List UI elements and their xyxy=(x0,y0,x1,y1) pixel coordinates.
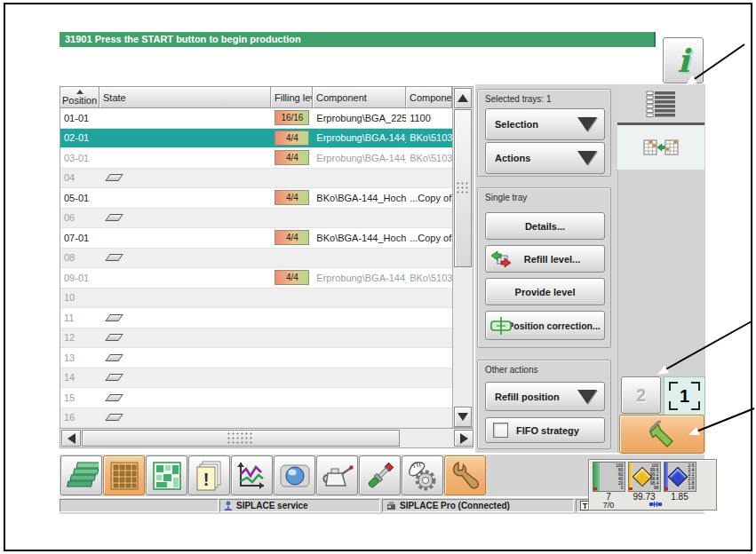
scroll-down-button[interactable] xyxy=(454,407,472,427)
table-row[interactable]: 16 xyxy=(60,408,452,429)
cell-component: Erprobung\BGA-144_2 xyxy=(313,148,406,168)
toolbar-setup-button[interactable] xyxy=(359,455,401,495)
cell-state xyxy=(100,148,272,168)
oil-can-icon xyxy=(321,461,354,491)
toolbar-errors-button[interactable]: ! xyxy=(188,455,230,495)
toolbar-statistics-button[interactable] xyxy=(231,455,273,495)
filling-level-badge: 16/16 xyxy=(275,110,309,125)
thumb-grip xyxy=(457,182,469,194)
table-row[interactable]: 05-014/4BKo\BGA-144_Hoch...Copy of 51 xyxy=(60,188,452,209)
table-row[interactable]: 15 xyxy=(60,388,452,408)
table-row[interactable]: 06 xyxy=(60,209,452,229)
table-row[interactable]: 09-014/4Erprobung\BGA-144_3BKo\5103 xyxy=(60,268,452,289)
cell-component-2: BKo\5103 xyxy=(406,268,452,288)
horizontal-scroll-thumb[interactable] xyxy=(82,430,400,447)
fifo-checkbox[interactable] xyxy=(493,423,508,438)
cell-component-2 xyxy=(406,388,452,408)
tab-list-view[interactable] xyxy=(617,84,704,125)
sort-ascending-icon xyxy=(76,90,84,94)
vision-camera-icon xyxy=(279,460,311,492)
table-row[interactable]: 04 xyxy=(60,169,452,189)
refill-position-dropdown[interactable]: Refill position xyxy=(485,382,605,411)
gauge-scale: 2.62.42.22.01.81.6 xyxy=(688,463,696,491)
cell-state xyxy=(100,289,272,308)
table-row[interactable]: 08 xyxy=(60,249,452,269)
table-row[interactable]: 01-0116/16Erprobung\BGA_2251100 xyxy=(60,108,452,129)
gantry-2-button[interactable]: 2 xyxy=(621,376,661,414)
fifo-strategy-toggle[interactable]: FIFO strategy xyxy=(485,417,605,443)
cell-filling-level xyxy=(271,209,313,228)
cell-state xyxy=(100,408,272,428)
refill-level-button[interactable]: Refill level... xyxy=(485,245,605,273)
status-segment-empty xyxy=(60,499,219,512)
empty-tray-icon xyxy=(105,174,123,181)
filling-level-badge: 4/4 xyxy=(275,190,309,205)
scroll-left-button[interactable] xyxy=(61,430,81,447)
status-segment-service: SIPLACE service xyxy=(219,499,380,512)
gauge-row: 10080604020077/010099.699.298.898.49899.… xyxy=(592,462,696,510)
table-row[interactable]: 10 xyxy=(60,289,452,309)
boards-stack-icon xyxy=(65,460,99,492)
column-header-position[interactable]: Position xyxy=(60,86,99,108)
cell-filling-level: 4/4 xyxy=(271,188,313,208)
column-header-component[interactable]: Component xyxy=(312,86,406,108)
gauge: 2.62.42.22.01.81.61.85 xyxy=(663,462,696,510)
toolbar-station-button[interactable] xyxy=(146,455,187,495)
table-row[interactable]: 07-014/4BKo\BGA-144_Hoch...Copy of 51 xyxy=(60,228,452,249)
cell-filling-level xyxy=(271,289,313,308)
table-row[interactable]: 14 xyxy=(60,368,452,389)
cell-component xyxy=(313,328,406,348)
cell-component-2: ...Copy of 51 xyxy=(406,228,452,248)
actions-dropdown[interactable]: Actions xyxy=(485,142,605,174)
cell-component-2: ...Copy of 51 xyxy=(406,188,452,208)
error-log-icon: ! xyxy=(194,460,226,492)
vertical-scrollbar[interactable] xyxy=(452,86,473,428)
info-button[interactable]: i xyxy=(663,37,704,83)
column-header-filling-level[interactable]: Filling level xyxy=(270,86,313,108)
toolbar-vision-button[interactable] xyxy=(274,455,315,495)
scroll-up-button[interactable] xyxy=(454,88,472,108)
column-header-component-2[interactable]: Component xyxy=(405,86,452,108)
table-body: 01-0116/16Erprobung\BGA_225110002-014/4E… xyxy=(60,108,452,428)
cell-component xyxy=(313,169,406,188)
table-row[interactable]: 03-014/4Erprobung\BGA-144_2BKo\5103 xyxy=(60,148,452,169)
chevron-down-icon xyxy=(577,390,597,404)
gauge-box: 2.62.42.22.01.81.6 xyxy=(664,462,696,492)
vertical-scroll-thumb[interactable] xyxy=(454,109,472,267)
toolbar-tray-button[interactable] xyxy=(103,455,145,495)
cell-state xyxy=(100,249,272,268)
table-row[interactable]: 12 xyxy=(60,328,452,349)
details-button[interactable]: Details... xyxy=(485,212,605,240)
cell-component xyxy=(313,388,406,408)
gantry-1-button[interactable]: 1 xyxy=(664,376,705,416)
table-row[interactable]: 11 xyxy=(60,308,452,328)
cell-position: 15 xyxy=(60,388,100,408)
provide-level-button[interactable]: Provide level xyxy=(485,278,605,305)
empty-tray-icon xyxy=(105,354,123,361)
message-text: 31901 Press the START button to begin pr… xyxy=(65,34,301,44)
switch-level-button[interactable] xyxy=(619,415,704,454)
cell-filling-level: 4/4 xyxy=(271,148,313,168)
scroll-right-button[interactable] xyxy=(454,430,473,447)
other-actions-label: Other actions xyxy=(485,365,537,375)
cell-component: Erprobung\BGA_225 xyxy=(313,108,406,128)
cell-position: 08 xyxy=(60,249,100,268)
toolbar-boards-button[interactable] xyxy=(60,455,102,495)
gauge-diamond-icon xyxy=(668,467,688,487)
toolbar-manual-button[interactable] xyxy=(402,455,443,495)
tab-tray-view[interactable] xyxy=(617,125,704,170)
toolbar-service-button[interactable] xyxy=(444,455,486,495)
cell-position: 14 xyxy=(60,368,100,388)
table-row[interactable]: 02-014/4Erprobung\BGA-144_1BKo\5103 xyxy=(60,129,452,149)
gauge-value-2: 7/0 xyxy=(603,502,615,510)
cell-position: 03-01 xyxy=(60,148,100,168)
machine-status-panel[interactable]: 10080604020077/010099.699.298.898.49899.… xyxy=(588,459,717,510)
selection-dropdown[interactable]: Selection xyxy=(485,108,605,140)
position-correction-button[interactable]: Position correction... xyxy=(485,311,605,340)
toolbar-maintenance-button[interactable] xyxy=(316,455,358,495)
table-row[interactable]: 13 xyxy=(60,348,452,368)
column-header-state[interactable]: State xyxy=(99,86,271,108)
cell-component xyxy=(313,308,406,328)
horizontal-scrollbar[interactable] xyxy=(60,428,473,448)
cell-position: 13 xyxy=(60,348,100,368)
